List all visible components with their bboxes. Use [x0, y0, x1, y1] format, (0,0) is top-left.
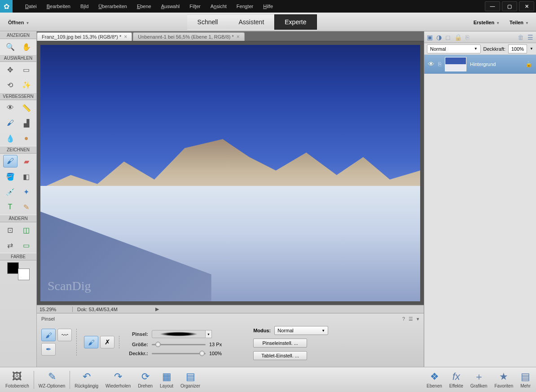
mask-icon[interactable]: ◻ — [445, 34, 451, 41]
brush-mode-normal[interactable]: 🖌 — [84, 336, 98, 348]
bb-layout[interactable]: ▦Layout — [156, 371, 177, 388]
blur-tool[interactable]: 💧 — [3, 132, 18, 145]
text-tool[interactable]: T — [3, 201, 18, 213]
eyedropper-tool[interactable]: 💉 — [3, 185, 18, 198]
lasso-tool[interactable]: ⟲ — [3, 79, 18, 91]
menu-fenster[interactable]: Fenster — [232, 2, 258, 11]
bb-ebenen[interactable]: ❖Ebenen — [423, 371, 445, 388]
bb-grafiken[interactable]: ＋Grafiken — [467, 371, 491, 388]
bb-rotate[interactable]: ⟳Drehen — [134, 371, 156, 388]
foreground-color[interactable] — [7, 262, 19, 274]
close-tab-icon[interactable]: × — [124, 34, 127, 40]
stamp-tool[interactable]: ▟ — [19, 117, 34, 129]
bb-wz-optionen[interactable]: ✎WZ-Optionen — [35, 371, 69, 388]
panel-menu-icon[interactable]: ☰ — [409, 316, 413, 322]
spot-heal-tool[interactable]: 🖌 — [3, 117, 18, 129]
straighten-tool[interactable]: ⇄ — [3, 239, 18, 251]
create-button[interactable]: Erstellen▼ — [471, 17, 502, 27]
bb-effekte[interactable]: fxEffekte — [446, 371, 467, 388]
new-layer-icon[interactable]: ▣ — [427, 34, 433, 41]
menu-auswahl[interactable]: Auswahl — [157, 2, 185, 11]
size-slider[interactable] — [152, 342, 206, 347]
brush-dropdown[interactable]: ▼ — [206, 330, 212, 338]
menu-ebene[interactable]: Ebene — [132, 2, 156, 11]
minimize-button[interactable]: — — [485, 1, 500, 11]
brush-tool[interactable]: 🖌 — [3, 155, 18, 167]
lock-icon[interactable]: 🔒 — [454, 34, 462, 41]
menu-datei[interactable]: Datei — [21, 2, 41, 11]
chevron-down-icon: ▼ — [321, 329, 325, 333]
recompose-tool[interactable]: ◫ — [19, 224, 34, 236]
status-arrow-icon[interactable]: ▶ — [155, 306, 159, 312]
hand-tool[interactable]: ✋ — [19, 40, 34, 53]
layers-panel: ▣ ◑ ◻ 🔒 ⎘ 🗑 ☰ Normal▼ Deckkraft: 100% ▼ … — [424, 31, 536, 367]
eraser-tool[interactable]: ▰ — [19, 155, 34, 167]
bb-undo[interactable]: ↶Rückgängig — [71, 371, 102, 388]
doc-tab-1[interactable]: Unbenannt-1 bei 56,5% (Ebene 1, RGB/8) *… — [133, 32, 244, 41]
bucket-tool[interactable]: 🪣 — [3, 170, 18, 183]
help-icon[interactable]: ? — [402, 316, 405, 322]
gradient-tool[interactable]: ◧ — [19, 170, 34, 183]
link-layers-icon[interactable]: ⎘ — [466, 34, 469, 41]
layer-row[interactable]: 👁 ⎘ Hintergrund 🔒 — [424, 55, 536, 74]
brush-mode-airbrush[interactable]: ✗ — [100, 336, 114, 348]
background-color[interactable] — [18, 269, 30, 280]
sponge-tool[interactable]: ● — [19, 132, 34, 145]
brush-variant-2[interactable]: 〰 — [57, 329, 72, 341]
blend-mode-select[interactable]: Normal▼ — [427, 44, 481, 53]
mode-experte[interactable]: Experte — [274, 14, 316, 30]
adjust-layer-icon[interactable]: ◑ — [436, 34, 442, 41]
mode-schnell[interactable]: Schnell — [187, 14, 228, 30]
crop-tool[interactable]: ⊡ — [3, 224, 18, 236]
bb-redo[interactable]: ↷Wiederholen — [102, 371, 134, 388]
open-button[interactable]: Öffnen▼ — [4, 16, 33, 27]
cookie-cutter-tool[interactable]: ▭ — [19, 239, 34, 251]
bb-mehr[interactable]: ▤Mehr — [517, 371, 534, 388]
bb-fotobereich[interactable]: 🖼Fotobereich — [2, 371, 33, 388]
brush-variant-1[interactable]: 🖌 — [41, 329, 56, 341]
brush-preview[interactable] — [152, 330, 206, 338]
canvas[interactable]: ScanDig — [40, 45, 420, 301]
shape-tool[interactable]: ✦ — [19, 185, 34, 198]
menu-bearbeiten[interactable]: Bearbeiten — [42, 2, 75, 11]
tablet-settings-button[interactable]: Tablet-Einstell. ... — [253, 351, 307, 360]
color-swatches[interactable] — [7, 262, 30, 280]
delete-layer-icon[interactable]: 🗑 — [518, 34, 524, 41]
layer-name: Hintergrund — [470, 62, 496, 67]
statusbar: 15.29% Dok: 53,4M/53,4M ▶ — [37, 305, 424, 313]
lock-icon[interactable]: 🔒 — [525, 61, 532, 67]
menu-ueberarbeiten[interactable]: Überarbeiten — [94, 2, 132, 11]
close-tab-icon[interactable]: × — [237, 34, 240, 40]
magic-wand-tool[interactable]: ✨ — [19, 79, 34, 91]
menu-filter[interactable]: Filter — [185, 2, 205, 11]
chevron-down-icon[interactable]: ▼ — [530, 47, 533, 51]
move-tool[interactable]: ✥ — [3, 63, 18, 76]
bb-organizer[interactable]: ▤Organizer — [177, 371, 204, 388]
zoom-tool[interactable]: 🔍 — [3, 40, 18, 53]
tool-column: ANZEIGEN 🔍 ✋ AUSWÄHLEN ✥ ▭ ⟲ ✨ VERBESSER… — [0, 31, 37, 367]
close-button[interactable]: ✕ — [519, 1, 534, 11]
zoom-level[interactable]: 15.29% — [37, 307, 73, 312]
brush-settings-button[interactable]: Pinseleinstell. ... — [253, 339, 307, 348]
visibility-icon[interactable]: 👁 — [428, 60, 435, 68]
link-icon[interactable]: ⎘ — [438, 61, 441, 67]
layer-thumbnail[interactable] — [445, 57, 466, 71]
panel-menu-icon[interactable]: ☰ — [527, 34, 533, 41]
redeye-tool[interactable]: 👁 — [3, 101, 18, 114]
opacity-input[interactable]: 100% — [508, 44, 527, 53]
ruler-tool[interactable]: 📏 — [19, 101, 34, 114]
doc-tab-0[interactable]: Franz_109.jpg bei 15,3% (RGB/8*) * × — [37, 32, 132, 41]
brush-variant-3[interactable]: ✒ — [41, 343, 56, 356]
menu-ansicht[interactable]: Ansicht — [206, 2, 231, 11]
mode-select[interactable]: Normal▼ — [274, 326, 328, 335]
mode-assistent[interactable]: Assistent — [228, 14, 274, 30]
share-button[interactable]: Teilen▼ — [507, 17, 532, 27]
menu-hilfe[interactable]: Hilfe — [259, 2, 277, 11]
bb-favoriten[interactable]: ★Favoriten — [491, 371, 517, 388]
maximize-button[interactable]: ▢ — [502, 1, 517, 11]
marquee-tool[interactable]: ▭ — [19, 63, 34, 76]
pencil-tool[interactable]: ✎ — [19, 201, 34, 213]
collapse-icon[interactable]: ▾ — [417, 316, 419, 322]
menu-bild[interactable]: Bild — [76, 2, 93, 11]
opacity-slider[interactable] — [152, 351, 206, 356]
